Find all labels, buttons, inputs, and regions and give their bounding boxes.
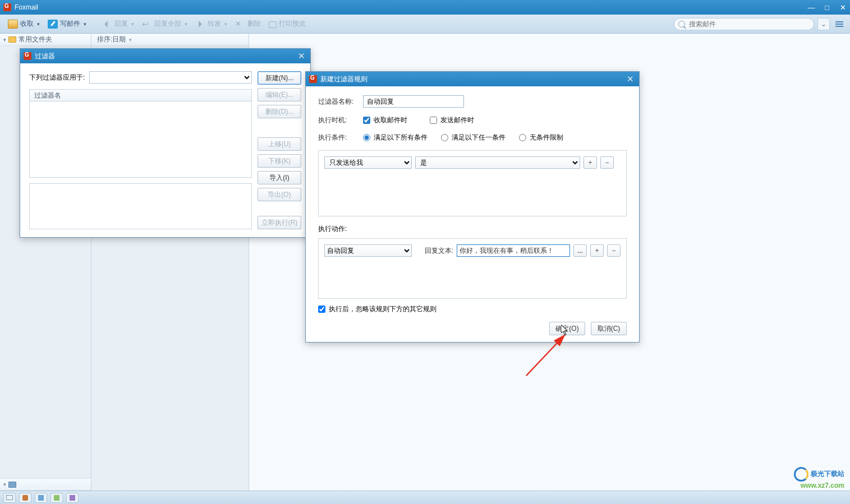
add-condition-button[interactable]: +	[583, 156, 597, 169]
reply-text-input[interactable]	[457, 244, 570, 257]
cond-field-select[interactable]: 只发送给我	[324, 156, 412, 169]
close-button[interactable]: ✕	[296, 51, 307, 61]
cond-any-radio[interactable]: 满足以下任一条件	[441, 133, 506, 142]
reply-text-label: 回复文本:	[425, 246, 453, 256]
chevron-down-icon: ▾	[84, 21, 86, 27]
compose-button[interactable]: 写邮件 ▾	[44, 17, 90, 30]
reply-icon	[102, 20, 112, 29]
collapse-icon: ▾	[3, 482, 6, 487]
statusbar	[0, 491, 850, 504]
remove-action-button[interactable]: −	[607, 244, 621, 257]
print-preview-button[interactable]: 打印预览	[265, 17, 309, 30]
status-icon-mail[interactable]	[3, 493, 16, 503]
export-button[interactable]: 导出(O)	[258, 188, 301, 201]
menu-button[interactable]	[833, 18, 846, 30]
remove-condition-button[interactable]: −	[600, 156, 614, 169]
dialog-footer: 确定(O) 取消(C)	[318, 318, 627, 335]
filter-list[interactable]	[29, 101, 252, 178]
search-wrap	[674, 18, 814, 30]
new-button[interactable]: 新建(N)...	[258, 71, 301, 85]
cond-none-radio[interactable]: 无条件限制	[519, 133, 563, 142]
condition-row: 只发送给我 是 + −	[324, 156, 621, 169]
import-button[interactable]: 导入(I)	[258, 171, 301, 184]
foxmail-icon	[309, 75, 317, 83]
delete-icon	[235, 20, 245, 29]
filter-description	[29, 183, 252, 229]
timing-label: 执行时机:	[318, 115, 363, 125]
reply-button[interactable]: 回复 ▾	[99, 17, 137, 30]
chevron-down-icon: ▾	[129, 37, 132, 43]
cond-op-select[interactable]: 是	[415, 156, 580, 169]
status-icon-calendar[interactable]	[35, 493, 47, 503]
action-row: 自动回复 回复文本: ... + −	[324, 244, 621, 257]
rule-dialog-titlebar: 新建过滤器规则 ✕	[306, 72, 639, 86]
cancel-button[interactable]: 取消(C)	[591, 322, 627, 335]
add-action-button[interactable]: +	[590, 244, 604, 257]
actions-box: 自动回复 回复文本: ... + −	[318, 238, 627, 299]
watermark: 极光下载站 www.xz7.com	[794, 467, 844, 489]
skip-checkbox[interactable]: 执行后，忽略该规则下方的其它规则	[318, 304, 627, 314]
status-icon-rss[interactable]	[66, 493, 79, 503]
timing-send-checkbox[interactable]: 发送邮件时	[430, 115, 474, 125]
collapse-row[interactable]: ▾	[0, 478, 91, 491]
cond-all-radio[interactable]: 满足以下所有条件	[363, 133, 428, 142]
receive-button[interactable]: 收取 ▾	[4, 17, 43, 30]
collapse-icon: ▾	[3, 37, 6, 43]
search-options-button[interactable]: ⌄	[817, 18, 830, 30]
minimize-button[interactable]: —	[807, 3, 815, 12]
sort-header[interactable]: 排序:日期 ▾	[91, 34, 249, 46]
move-up-button[interactable]: 上移(U)	[258, 137, 301, 151]
status-icon-note[interactable]	[50, 493, 63, 503]
rule-dialog: 新建过滤器规则 ✕ 过滤器名称: 执行时机: 收取邮件时 发送邮件时 执行条件:…	[305, 71, 640, 343]
compose-icon	[48, 20, 58, 29]
ellipsis-button[interactable]: ...	[573, 244, 587, 257]
apply-label: 下列过滤器应用于:	[29, 73, 85, 82]
action-label: 执行动作:	[318, 224, 627, 234]
apply-select[interactable]	[89, 71, 252, 84]
chevron-down-icon: ▾	[131, 21, 134, 27]
close-button[interactable]: ✕	[624, 74, 636, 84]
search-input[interactable]	[674, 18, 814, 30]
name-label: 过滤器名称:	[318, 97, 363, 107]
filter-list-header: 过滤器名	[29, 89, 252, 101]
move-down-button[interactable]: 下移(K)	[258, 154, 301, 168]
app-title: Foxmail	[15, 3, 38, 11]
filter-name-input[interactable]	[363, 95, 464, 108]
filter-dialog: 过滤器 ✕ 下列过滤器应用于: 过滤器名 新建(N)... 编辑(E)... 删…	[20, 48, 311, 238]
foxmail-icon	[24, 52, 31, 60]
status-icon-contact[interactable]	[19, 493, 31, 503]
inbox-icon	[8, 20, 18, 29]
close-button[interactable]: ✕	[839, 3, 847, 12]
conditions-box: 只发送给我 是 + −	[318, 150, 627, 216]
edit-button[interactable]: 编辑(E)...	[258, 88, 301, 101]
condition-label: 执行条件:	[318, 133, 363, 142]
delete-button[interactable]: 删除(D)...	[258, 105, 301, 118]
search-icon	[678, 21, 685, 27]
reply-all-icon	[142, 20, 152, 29]
window-controls: — □ ✕	[807, 3, 847, 12]
foxmail-icon	[3, 3, 11, 11]
chevron-down-icon: ▾	[224, 21, 227, 27]
timing-receive-checkbox[interactable]: 收取邮件时	[363, 115, 407, 125]
maximize-button[interactable]: □	[823, 3, 831, 12]
common-folder-row[interactable]: ▾ 常用文件夹	[0, 34, 91, 46]
action-select[interactable]: 自动回复	[324, 244, 412, 257]
print-icon	[269, 21, 277, 28]
chevron-down-icon: ▾	[37, 21, 40, 27]
logo-icon	[794, 467, 808, 482]
forward-button[interactable]: 转发 ▾	[192, 17, 231, 30]
chevron-down-icon: ⌄	[821, 20, 826, 28]
filter-dialog-titlebar: 过滤器 ✕	[20, 49, 310, 63]
ok-button[interactable]: 确定(O)	[549, 322, 585, 335]
main-toolbar: 收取 ▾ 写邮件 ▾ 回复 ▾ 回复全部 ▾ 转发 ▾ 删除 打印预览 ⌄	[0, 15, 850, 34]
forward-icon	[195, 20, 205, 29]
delete-button[interactable]: 删除	[232, 17, 264, 30]
titlebar: Foxmail — □ ✕	[0, 0, 850, 15]
folder-icon	[8, 482, 16, 488]
folder-icon	[8, 36, 16, 43]
chevron-down-icon: ▾	[185, 21, 187, 27]
toolbar-right: ⌄	[674, 18, 846, 30]
reply-all-button[interactable]: 回复全部 ▾	[139, 17, 191, 30]
run-now-button[interactable]: 立即执行(R)	[258, 216, 301, 229]
